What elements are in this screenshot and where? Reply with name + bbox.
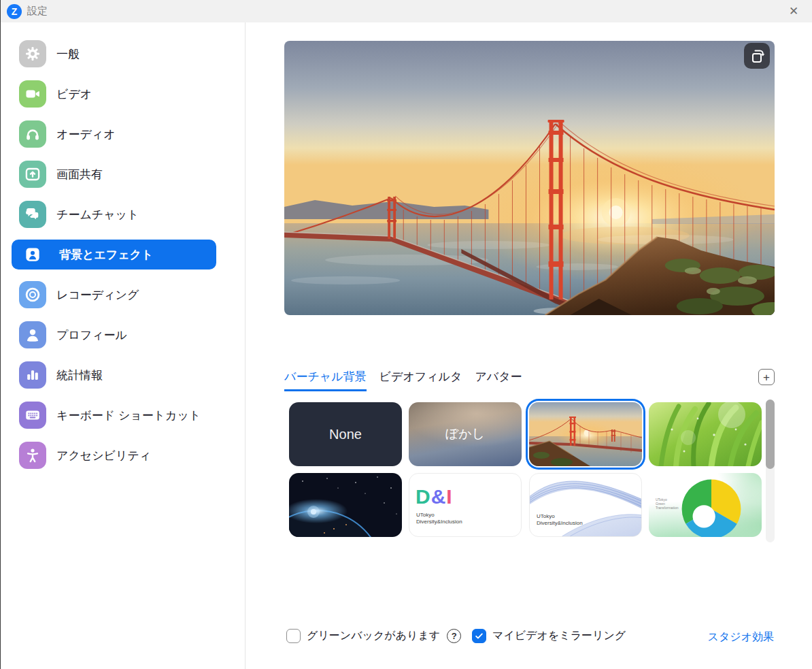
tab-avatars[interactable]: アバター <box>475 369 522 391</box>
rotate-icon <box>748 47 766 65</box>
help-icon[interactable]: ? <box>447 629 461 643</box>
accessibility-icon <box>19 442 46 469</box>
profile-icon <box>19 321 46 348</box>
checkmark-icon <box>474 631 484 641</box>
background-thumb-blur[interactable]: ぼかし <box>409 402 522 466</box>
sidebar-item-label: ビデオ <box>56 86 92 102</box>
sidebar-item-recording[interactable]: レコーディング <box>1 280 245 310</box>
window-title: 設定 <box>27 5 48 18</box>
sidebar-item-general[interactable]: 一般 <box>1 39 245 69</box>
close-icon[interactable]: ✕ <box>783 1 805 21</box>
studio-effects-link[interactable]: スタジオ効果 <box>708 630 775 644</box>
sidebar-item-label: プロフィール <box>56 327 127 343</box>
dandi-line2: Diversity&Inclusion <box>416 519 462 525</box>
title-bar: Z 設定 ✕ <box>1 0 812 22</box>
dandi-line1: UTokyo <box>416 512 462 519</box>
green-screen-label: グリーンバックがあります <box>307 629 440 643</box>
waves-line1: UTokyo <box>537 513 583 520</box>
background-thumb-grass[interactable] <box>649 402 762 466</box>
gear-icon <box>19 40 46 67</box>
zoom-logo-icon: Z <box>7 4 22 19</box>
green-line3: Transformation <box>656 506 678 510</box>
sidebar-item-label: アクセシビリティ <box>56 448 151 463</box>
thumbnail-scrollbar-track <box>766 399 775 542</box>
mirror-video-checkbox[interactable] <box>472 629 486 643</box>
dandi-logo: D&I <box>416 485 453 508</box>
sidebar-item-keyboard-shortcuts[interactable]: キーボード ショートカット <box>1 400 245 430</box>
sidebar-item-audio[interactable]: オーディオ <box>1 119 245 149</box>
headphones-icon <box>19 120 46 148</box>
background-thumb-utokyo-waves[interactable]: UTokyo Diversity&Inclusion <box>529 473 642 537</box>
video-preview <box>284 41 775 315</box>
sidebar-item-label: チームチャット <box>56 207 139 223</box>
video-camera-icon <box>19 80 46 108</box>
sidebar-item-background-effects[interactable]: 背景とエフェクト <box>12 240 216 270</box>
tab-virtual-background[interactable]: バーチャル背景 <box>284 369 367 391</box>
sidebar-item-label: キーボード ショートカット <box>56 408 201 423</box>
sidebar-item-video[interactable]: ビデオ <box>1 79 245 109</box>
background-tabs: バーチャル背景 ビデオフィルタ アバター <box>284 369 522 391</box>
sidebar-item-label: 統計情報 <box>56 368 103 383</box>
sidebar-item-accessibility[interactable]: アクセシビリティ <box>1 440 245 470</box>
sidebar-item-label: レコーディング <box>56 287 139 303</box>
bar-chart-icon <box>19 361 46 389</box>
green-screen-row: グリーンバックがあります ? <box>286 629 461 643</box>
screen-share-icon <box>19 161 46 188</box>
sidebar-item-statistics[interactable]: 統計情報 <box>1 360 245 390</box>
tab-video-filters[interactable]: ビデオフィルタ <box>379 369 462 391</box>
background-thumb-utokyo-green[interactable]: UTokyo Green Transformation <box>649 473 762 537</box>
mirror-video-label: マイビデオをミラーリング <box>492 629 626 643</box>
thumbnail-scrollbar-thumb[interactable] <box>766 399 775 469</box>
sidebar-item-label: 背景とエフェクト <box>59 247 153 263</box>
mirror-video-row: マイビデオをミラーリング <box>472 629 626 643</box>
sidebar-item-screen-share[interactable]: 画面共有 <box>1 159 245 189</box>
background-thumb-golden-gate-bridge[interactable] <box>529 402 642 466</box>
background-thumb-utokyo-dandi-logo[interactable]: D&I UTokyo Diversity&Inclusion <box>409 473 522 537</box>
sidebar-item-label: 画面共有 <box>56 167 103 182</box>
sidebar-item-label: オーディオ <box>56 127 116 142</box>
sidebar-item-profile[interactable]: プロフィール <box>1 320 245 350</box>
sidebar-item-team-chat[interactable]: チームチャット <box>1 199 245 229</box>
green-screen-checkbox[interactable] <box>286 629 301 643</box>
keyboard-icon <box>19 402 46 429</box>
background-thumb-earth[interactable] <box>289 473 402 537</box>
blur-label: ぼかし <box>445 425 485 443</box>
virtual-background-icon <box>25 247 40 262</box>
background-effects-panel: バーチャル背景 ビデオフィルタ アバター + None ぼかし <box>246 22 812 669</box>
chat-bubbles-icon <box>19 201 46 228</box>
none-label: None <box>329 427 362 442</box>
waves-line2: Diversity&Inclusion <box>537 520 583 527</box>
add-background-button[interactable]: + <box>758 369 775 385</box>
rotate-preview-button[interactable] <box>744 43 770 69</box>
sidebar-item-label: 一般 <box>56 46 80 62</box>
settings-sidebar: 一般 ビデオ オーディオ 画面共有 <box>1 22 246 669</box>
background-thumb-none[interactable]: None <box>289 402 402 466</box>
record-icon <box>19 281 46 308</box>
plus-icon: + <box>763 372 770 383</box>
settings-window: Z 設定 ✕ 一般 ビデオ <box>0 0 812 669</box>
